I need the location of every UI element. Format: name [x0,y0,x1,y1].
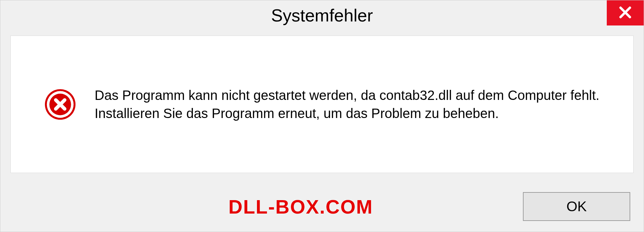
error-icon [44,89,76,120]
ok-button[interactable]: OK [523,192,630,221]
close-icon [618,5,632,21]
error-dialog: Systemfehler Das Programm kann nicht ges… [0,0,644,232]
content-area: Das Programm kann nicht gestartet werden… [10,36,634,173]
error-message: Das Programm kann nicht gestartet werden… [95,86,606,122]
titlebar: Systemfehler [0,0,644,31]
close-button[interactable] [607,0,644,25]
dialog-title: Systemfehler [271,5,373,25]
watermark-text: DLL-BOX.COM [228,195,373,218]
dialog-footer: DLL-BOX.COM OK [0,181,644,232]
